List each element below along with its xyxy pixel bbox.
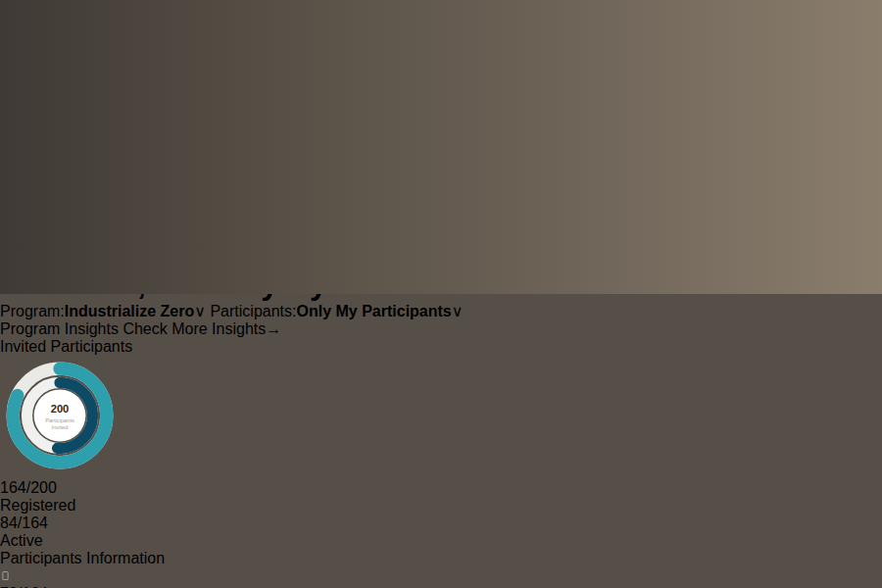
background-photo-top	[0, 0, 882, 294]
background-photo-bottom	[0, 294, 882, 588]
